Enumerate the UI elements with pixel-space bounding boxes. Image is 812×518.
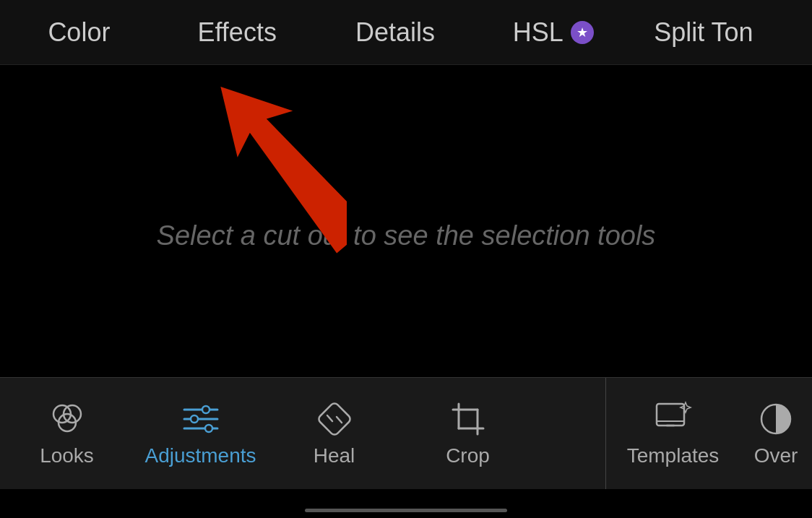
looks-label: Looks bbox=[40, 444, 94, 467]
looks-icon bbox=[49, 401, 85, 437]
crop-label: Crop bbox=[446, 444, 490, 467]
arrow-pointer bbox=[202, 72, 347, 275]
hsl-badge-icon: ★ bbox=[571, 21, 594, 44]
home-indicator bbox=[305, 509, 507, 512]
svg-point-7 bbox=[202, 406, 210, 413]
tool-heal[interactable]: Heal bbox=[267, 378, 401, 490]
tool-overlay[interactable]: Over bbox=[740, 378, 812, 490]
nav-item-hsl[interactable]: HSL ★ bbox=[474, 0, 632, 64]
crop-icon bbox=[450, 401, 486, 437]
svg-point-9 bbox=[205, 425, 212, 432]
overlay-icon bbox=[758, 401, 794, 437]
tool-adjustments[interactable]: Adjustments bbox=[134, 378, 267, 490]
nav-item-color[interactable]: Color bbox=[0, 0, 158, 64]
nav-label-effects: Effects bbox=[198, 17, 277, 48]
main-content-area: Select a cut out to see the selection to… bbox=[0, 65, 812, 406]
nav-item-split-tone[interactable]: Split Ton bbox=[632, 0, 812, 64]
templates-icon bbox=[654, 401, 693, 437]
overlay-label: Over bbox=[754, 444, 798, 467]
nav-item-effects[interactable]: Effects bbox=[158, 0, 316, 64]
top-navigation: Color Effects Details HSL ★ Split Ton bbox=[0, 0, 812, 65]
tool-templates[interactable]: Templates bbox=[606, 378, 740, 490]
heal-icon bbox=[316, 401, 353, 437]
toolbar-right-section: Templates Over bbox=[606, 378, 812, 489]
nav-label-split-tone: Split Ton bbox=[654, 17, 753, 48]
tool-looks[interactable]: Looks bbox=[0, 378, 134, 490]
nav-label-hsl: HSL bbox=[513, 17, 563, 48]
svg-line-11 bbox=[327, 415, 332, 421]
adjustments-label: Adjustments bbox=[144, 444, 256, 467]
svg-marker-0 bbox=[202, 72, 347, 262]
bottom-toolbar: Looks Adjustments bbox=[0, 377, 812, 489]
svg-rect-17 bbox=[459, 410, 478, 428]
adjustments-icon bbox=[181, 401, 220, 437]
toolbar-left-section: Looks Adjustments bbox=[0, 378, 606, 489]
svg-point-8 bbox=[191, 415, 198, 423]
svg-rect-10 bbox=[316, 401, 351, 436]
nav-label-color: Color bbox=[48, 17, 110, 48]
templates-label: Templates bbox=[627, 444, 720, 467]
nav-item-details[interactable]: Details bbox=[316, 0, 475, 64]
tool-crop[interactable]: Crop bbox=[401, 378, 535, 490]
svg-line-12 bbox=[337, 417, 342, 423]
heal-label: Heal bbox=[314, 444, 355, 467]
nav-label-details: Details bbox=[355, 17, 435, 48]
